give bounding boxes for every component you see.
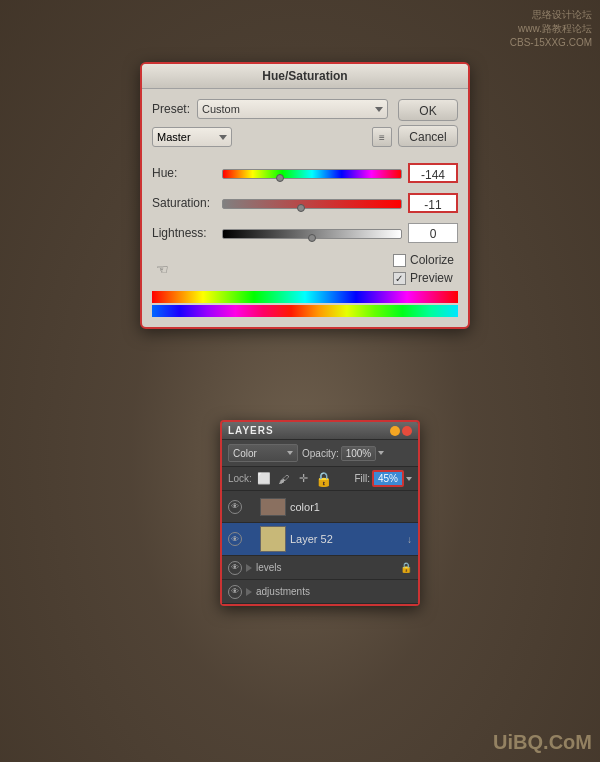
layer-thumb-52 (260, 526, 286, 552)
saturation-slider-track[interactable] (222, 199, 402, 209)
fill-section: Fill: 45% (354, 470, 412, 487)
preset-dropdown-arrow (375, 107, 383, 112)
layer-visibility-52[interactable]: 👁 (228, 532, 242, 546)
dialog-body: OK Cancel Preset: Custom ≡ Master Hue: (142, 89, 468, 327)
layer-lock-levels: 🔒 (400, 562, 412, 573)
blend-mode-value: Color (233, 448, 257, 459)
layer-name-52: Layer 52 (290, 533, 403, 545)
lightness-value-box[interactable]: 0 (408, 223, 458, 243)
ok-button[interactable]: OK (398, 99, 458, 121)
lock-transparency-icon[interactable]: ⬜ (256, 471, 272, 487)
saturation-slider-container (222, 197, 402, 209)
rainbow-bar-top (152, 291, 458, 303)
lightness-row: Lightness: 0 (152, 223, 458, 243)
layer-item-color1[interactable]: 👁 color1 (222, 491, 418, 523)
layer-expand-adjustments[interactable] (246, 588, 252, 596)
lock-all-icon[interactable]: 🔒 (316, 471, 332, 487)
lock-label: Lock: (228, 473, 252, 484)
layer-thumb-color1 (260, 498, 286, 516)
colorize-checkbox[interactable] (393, 254, 406, 267)
layer-item-levels[interactable]: 👁 levels 🔒 (222, 556, 418, 580)
dialog-title: Hue/Saturation (262, 69, 347, 83)
hue-row: Hue: -144 (152, 163, 458, 183)
layer-visibility-color1[interactable]: 👁 (228, 500, 242, 514)
layer-expand-levels[interactable] (246, 564, 252, 572)
saturation-slider-thumb[interactable] (297, 204, 305, 212)
blend-mode-select[interactable]: Color (228, 444, 298, 462)
layer-cursor-52: ↓ (407, 534, 412, 545)
layers-controls (390, 426, 412, 436)
lightness-slider-track[interactable] (222, 229, 402, 239)
fill-arrow (406, 477, 412, 481)
hue-slider-container (222, 167, 402, 179)
preview-checkbox[interactable]: ✓ (393, 272, 406, 285)
preset-label: Preset: (152, 102, 197, 116)
layer-name-levels: levels (256, 562, 282, 573)
layers-minimize-btn[interactable] (390, 426, 400, 436)
blend-opacity-row: Color Opacity: 100% (222, 440, 418, 467)
layers-panel: LAYERS Color Opacity: 100% Lock: ⬜ 🖌 ✛ 🔒… (220, 420, 420, 606)
hue-value-box[interactable]: -144 (408, 163, 458, 183)
layer-name-color1: color1 (290, 501, 412, 513)
channel-value: Master (157, 131, 191, 143)
hue-slider-thumb[interactable] (276, 174, 284, 182)
preview-label: Preview (410, 271, 453, 285)
channel-dropdown-arrow (219, 135, 227, 140)
fill-label: Fill: (354, 473, 370, 484)
layer-visibility-levels[interactable]: 👁 (228, 561, 242, 575)
preview-checkbox-label[interactable]: ✓ Preview (393, 271, 453, 285)
colorize-checkbox-label[interactable]: Colorize (393, 253, 454, 267)
layers-panel-title: LAYERS (228, 425, 274, 436)
saturation-label: Saturation: (152, 196, 222, 210)
layer-item-adjustments[interactable]: 👁 adjustments (222, 580, 418, 604)
lock-move-icon[interactable]: ✛ (296, 471, 312, 487)
preset-value: Custom (202, 103, 240, 115)
opacity-arrow (378, 451, 384, 455)
rainbow-bar-bottom (152, 305, 458, 317)
preset-select[interactable]: Custom (197, 99, 388, 119)
preset-options-icon[interactable]: ≡ (372, 127, 392, 147)
colorize-label: Colorize (410, 253, 454, 267)
saturation-value-box[interactable]: -11 (408, 193, 458, 213)
lightness-label: Lightness: (152, 226, 222, 240)
hue-slider-track[interactable] (222, 169, 402, 179)
layer-item-52[interactable]: 👁 Layer 52 ↓ (222, 523, 418, 556)
lightness-slider-container (222, 227, 402, 239)
layers-close-btn[interactable] (402, 426, 412, 436)
saturation-row: Saturation: -11 (152, 193, 458, 213)
layer-arrow-color1 (246, 502, 256, 512)
layer-name-adjustments: adjustments (256, 586, 310, 597)
hue-saturation-dialog: Hue/Saturation OK Cancel Preset: Custom … (140, 62, 470, 329)
layers-title-bar: LAYERS (222, 422, 418, 440)
opacity-section: Opacity: 100% (302, 446, 384, 461)
hand-tool-icon[interactable]: ☜ (152, 259, 172, 279)
dialog-title-bar: Hue/Saturation (142, 64, 468, 89)
lightness-slider-thumb[interactable] (308, 234, 316, 242)
lock-fill-row: Lock: ⬜ 🖌 ✛ 🔒 Fill: 45% (222, 467, 418, 491)
tools-row: ☜ Colorize ✓ Preview (152, 253, 458, 285)
blend-mode-arrow (287, 451, 293, 455)
hue-label: Hue: (152, 166, 222, 180)
opacity-value[interactable]: 100% (341, 446, 377, 461)
layer-visibility-adjustments[interactable]: 👁 (228, 585, 242, 599)
opacity-label: Opacity: (302, 448, 339, 459)
cancel-button[interactable]: Cancel (398, 125, 458, 147)
lock-paint-icon[interactable]: 🖌 (276, 471, 292, 487)
fill-value[interactable]: 45% (372, 470, 404, 487)
channel-select[interactable]: Master (152, 127, 232, 147)
